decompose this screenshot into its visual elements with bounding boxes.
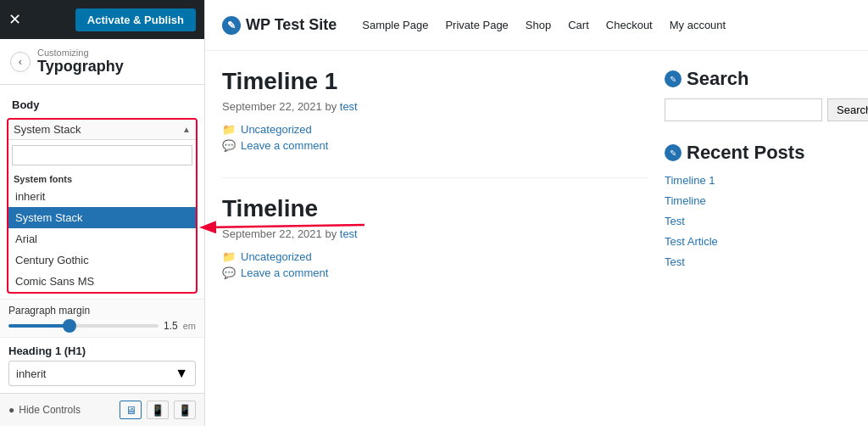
recent-posts-widget: ✎ Recent Posts Timeline 1 Timeline Test … — [665, 142, 851, 269]
nav-links: Sample Page Private Page Shop Cart Check… — [362, 19, 726, 31]
site-logo: ✎ WP Test Site — [222, 16, 337, 35]
post-item-1: Timeline 1 September 22, 2021 by test 📁 … — [222, 68, 648, 152]
logo-text: WP Test Site — [246, 16, 337, 34]
breadcrumb: ‹ Customizing Typography — [0, 39, 204, 85]
post-comment-row-2: 💬 Leave a comment — [222, 266, 648, 279]
post-category-row-2: 📁 Uncategorized — [222, 250, 648, 263]
heading-select-arrow-icon: ▼ — [175, 366, 188, 381]
hide-controls-label: Hide Controls — [19, 404, 81, 416]
search-widget-icon: ✎ — [665, 70, 682, 87]
post-category-1[interactable]: Uncategorized — [241, 123, 312, 136]
site-nav: ✎ WP Test Site Sample Page Private Page … — [205, 0, 868, 51]
post-meta-1: September 22, 2021 by test — [222, 100, 648, 113]
search-button[interactable]: Search — [827, 98, 868, 121]
folder-icon-2: 📁 — [222, 250, 236, 263]
recent-link-4[interactable]: Test — [665, 255, 685, 268]
post-date-1: September 22, 2021 — [222, 100, 322, 113]
recent-link-0[interactable]: Timeline 1 — [665, 174, 715, 187]
slider-thumb[interactable] — [63, 319, 76, 333]
font-option-century-gothic[interactable]: Century Gothic — [8, 249, 196, 271]
heading-section-label: Heading 1 (H1) — [8, 345, 196, 357]
site-preview: ✎ WP Test Site Sample Page Private Page … — [205, 0, 868, 426]
post-comment-1[interactable]: Leave a comment — [241, 139, 328, 152]
post-meta-2: September 22, 2021 by test — [222, 227, 648, 240]
list-item: Test — [665, 254, 851, 269]
post-author-2[interactable]: test — [340, 227, 358, 240]
nav-my-account[interactable]: My account — [670, 19, 726, 31]
site-content: Timeline 1 September 22, 2021 by test 📁 … — [205, 51, 868, 426]
nav-cart[interactable]: Cart — [568, 19, 589, 31]
slider-track[interactable] — [8, 324, 159, 328]
panel-content: Body System Stack ▲ System fonts inherit… — [0, 85, 204, 393]
heading-select-value: inherit — [16, 367, 175, 380]
post-category-row-1: 📁 Uncategorized — [222, 123, 648, 136]
close-button[interactable]: ✕ — [8, 12, 21, 27]
heading-select[interactable]: inherit ▼ — [8, 361, 196, 386]
tablet-preview-icon[interactable]: 📱 — [147, 401, 169, 419]
paragraph-margin-section: Paragraph margin 1.5 em — [0, 299, 204, 337]
slider-fill — [8, 324, 65, 328]
post-footer-2: 📁 Uncategorized 💬 Leave a comment — [222, 250, 648, 279]
search-widget-title-row: ✎ Search — [665, 68, 851, 90]
eye-icon: ● — [8, 404, 14, 416]
font-option-system-stack[interactable]: System Stack — [8, 207, 196, 228]
desktop-preview-icon[interactable]: 🖥 — [120, 401, 142, 419]
search-input[interactable] — [665, 98, 822, 121]
publish-button[interactable]: Activate & Publish — [75, 8, 196, 31]
font-search-input[interactable] — [12, 145, 192, 165]
heading-section: Heading 1 (H1) inherit ▼ — [0, 337, 204, 390]
select-arrow-icon: ▲ — [182, 125, 191, 134]
post-divider — [222, 177, 648, 178]
recent-link-3[interactable]: Test Article — [665, 235, 718, 248]
panel-footer: ● Hide Controls 🖥 📱 📱 — [0, 393, 204, 426]
body-section-label: Body — [0, 93, 204, 115]
customizer-panel: ✕ Activate & Publish ‹ Customizing Typog… — [0, 0, 205, 426]
nav-checkout[interactable]: Checkout — [606, 19, 653, 31]
preview-icons: 🖥 📱 📱 — [120, 401, 196, 419]
hide-controls-button[interactable]: ● Hide Controls — [8, 404, 81, 416]
nav-private-page[interactable]: Private Page — [445, 19, 508, 31]
recent-posts-icon: ✎ — [665, 144, 682, 161]
font-select-value: System Stack — [14, 123, 182, 136]
breadcrumb-title: Typography — [37, 58, 124, 76]
post-footer-1: 📁 Uncategorized 💬 Leave a comment — [222, 123, 648, 152]
post-comment-row-1: 💬 Leave a comment — [222, 139, 648, 152]
recent-link-1[interactable]: Timeline — [665, 194, 706, 207]
nav-sample-page[interactable]: Sample Page — [362, 19, 428, 31]
breadcrumb-sub: Customizing — [37, 48, 124, 58]
search-widget-title: Search — [687, 68, 748, 90]
list-item: Test Article — [665, 233, 851, 249]
recent-link-2[interactable]: Test — [665, 215, 685, 227]
post-title-1: Timeline 1 — [222, 68, 648, 95]
slider-value: 1.5 — [164, 320, 178, 332]
customizer-header: ✕ Activate & Publish — [0, 0, 204, 39]
post-comment-2[interactable]: Leave a comment — [241, 266, 328, 279]
search-row: Search — [665, 98, 851, 121]
font-option-inherit[interactable]: inherit — [8, 186, 196, 207]
paragraph-margin-label: Paragraph margin — [8, 305, 196, 317]
font-select-row[interactable]: System Stack ▲ — [8, 120, 196, 140]
search-row — [8, 140, 196, 171]
folder-icon: 📁 — [222, 123, 236, 136]
recent-posts-list: Timeline 1 Timeline Test Test Article Te… — [665, 172, 851, 269]
font-option-comic-sans[interactable]: Comic Sans MS — [8, 271, 196, 292]
font-dropdown-container: System Stack ▲ System fonts inherit Syst… — [7, 118, 198, 294]
breadcrumb-text: Customizing Typography — [37, 48, 124, 76]
nav-shop[interactable]: Shop — [526, 19, 551, 31]
list-item: Timeline — [665, 193, 851, 208]
list-item: Timeline 1 — [665, 172, 851, 188]
search-widget: ✎ Search Search — [665, 68, 851, 121]
comment-icon: 💬 — [222, 139, 236, 152]
recent-posts-title-row: ✎ Recent Posts — [665, 142, 851, 164]
back-button[interactable]: ‹ — [10, 52, 31, 72]
system-fonts-label: System fonts — [8, 171, 196, 186]
comment-icon-2: 💬 — [222, 266, 236, 279]
mobile-preview-icon[interactable]: 📱 — [174, 401, 196, 419]
post-author-1[interactable]: test — [340, 100, 358, 113]
sidebar: ✎ Search Search ✎ Recent Posts Timeline … — [665, 68, 851, 409]
post-item-2: Timeline September 22, 2021 by test 📁 Un… — [222, 195, 648, 279]
list-item: Test — [665, 213, 851, 228]
slider-unit: em — [183, 321, 196, 331]
post-category-2[interactable]: Uncategorized — [241, 250, 312, 263]
font-option-arial[interactable]: Arial — [8, 228, 196, 249]
